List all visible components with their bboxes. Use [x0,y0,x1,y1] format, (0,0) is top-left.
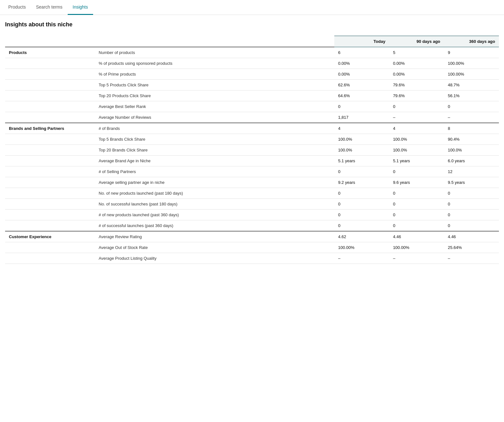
table-body: ProductsNumber of products659% of produc… [5,47,499,264]
value-today: 100.0% [334,134,389,145]
metric-label: Top 5 Products Click Share [95,80,334,90]
metric-label: Top 20 Products Click Share [95,90,334,101]
value-today: 5.1 years [334,156,389,166]
value-days90: 0 [389,101,444,112]
value-today: 0 [334,101,389,112]
category-cell [5,90,95,101]
value-days90: 100.0% [389,134,444,145]
value-today: 0 [334,210,389,220]
tab-search-terms[interactable]: Search terms [31,0,67,15]
metric-label: # of successful launches (past 360 days) [95,220,334,231]
value-days360: 0 [444,220,499,231]
value-today: 100.00% [334,242,389,253]
value-today: 0.00% [334,58,389,69]
table-row: Average Product Listing Quality––– [5,253,499,264]
value-days90: 0 [389,220,444,231]
header-category [5,36,95,47]
table-row: Average Number of Reviews1,817–– [5,112,499,123]
metric-label: Average Product Listing Quality [95,253,334,264]
metric-label: No. of successful launches (past 180 day… [95,199,334,210]
value-today: 9.2 years [334,177,389,188]
category-cell [5,177,95,188]
table-row: # of Selling Partners0012 [5,166,499,177]
metric-label: Top 20 Brands Click Share [95,145,334,156]
table-row: No. of successful launches (past 180 day… [5,199,499,210]
header-metric [95,36,334,47]
section-label: Customer Experience [5,231,95,242]
category-cell [5,69,95,80]
value-days360: 6.0 years [444,156,499,166]
value-today: 62.6% [334,80,389,90]
tab-products[interactable]: Products [3,0,31,15]
value-days360: 56.1% [444,90,499,101]
category-cell [5,253,95,264]
table-row: Top 20 Products Click Share64.6%79.6%56.… [5,90,499,101]
tab-insights[interactable]: Insights [68,0,93,15]
table-section-row: ProductsNumber of products659 [5,47,499,58]
metric-label: No. of new products launched (past 180 d… [95,188,334,199]
value-days90: – [389,253,444,264]
value-days360: 48.7% [444,80,499,90]
table-row: Top 5 Brands Click Share100.0%100.0%90.4… [5,134,499,145]
metric-label: Top 5 Brands Click Share [95,134,334,145]
metric-label: # of Brands [95,123,334,134]
value-days90: 79.6% [389,80,444,90]
header-today: Today [334,36,389,47]
value-days360: 100.00% [444,69,499,80]
metric-label: Average Number of Reviews [95,112,334,123]
metric-label: Average selling partner age in niche [95,177,334,188]
metric-label: # of Selling Partners [95,166,334,177]
value-days90: 100.00% [389,242,444,253]
value-days90: 9.6 years [389,177,444,188]
metric-label: Average Best Seller Rank [95,101,334,112]
category-cell [5,188,95,199]
category-cell [5,242,95,253]
value-days360: 9.5 years [444,177,499,188]
value-days90: 79.6% [389,90,444,101]
value-days360: 100.00% [444,58,499,69]
metric-label: # of new products launched (past 360 day… [95,210,334,220]
table-row: Top 5 Products Click Share62.6%79.6%48.7… [5,80,499,90]
value-today: – [334,253,389,264]
table-section-row: Brands and Selling Partners# of Brands44… [5,123,499,134]
value-days360: 0 [444,199,499,210]
value-days90: 0.00% [389,69,444,80]
value-days360: 25.64% [444,242,499,253]
value-today: 4 [334,123,389,134]
page-title: Insights about this niche [5,21,499,28]
value-days360: 9 [444,47,499,58]
category-cell [5,80,95,90]
value-days360: 4.46 [444,231,499,242]
main-content: Insights about this niche Today 90 days … [0,15,504,270]
table-section-row: Customer ExperienceAverage Review Rating… [5,231,499,242]
value-days90: 0 [389,210,444,220]
navigation-tabs: Products Search terms Insights [0,0,504,15]
value-days360: – [444,112,499,123]
value-days360: 100.0% [444,145,499,156]
value-today: 0 [334,166,389,177]
category-cell [5,156,95,166]
value-today: 0 [334,199,389,210]
table-row: # of successful launches (past 360 days)… [5,220,499,231]
value-days90: 5 [389,47,444,58]
table-row: # of new products launched (past 360 day… [5,210,499,220]
category-cell [5,58,95,69]
header-360days: 360 days ago [444,36,499,47]
table-row: Average Brand Age in Niche5.1 years5.1 y… [5,156,499,166]
value-days90: 100.0% [389,145,444,156]
table-row: Average Best Seller Rank000 [5,101,499,112]
value-days360: 0 [444,101,499,112]
section-label: Products [5,47,95,58]
value-days360: – [444,253,499,264]
value-days360: 0 [444,210,499,220]
category-cell [5,166,95,177]
table-row: % of products using sponsored products0.… [5,58,499,69]
value-days90: 0.00% [389,58,444,69]
value-today: 0 [334,220,389,231]
value-days90: 0 [389,199,444,210]
value-days360: 90.4% [444,134,499,145]
category-cell [5,199,95,210]
value-today: 4.62 [334,231,389,242]
section-label: Brands and Selling Partners [5,123,95,134]
value-days90: – [389,112,444,123]
